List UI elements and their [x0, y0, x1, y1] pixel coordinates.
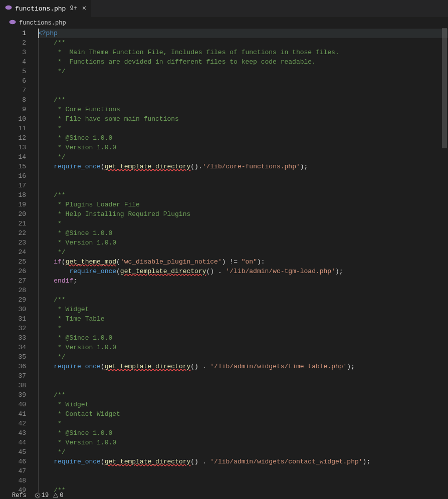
line-number[interactable]: 40: [9, 400, 33, 409]
code-line[interactable]: * Time Table: [38, 314, 448, 324]
line-number[interactable]: 4: [9, 57, 33, 67]
line-number[interactable]: 21: [9, 219, 33, 228]
line-number[interactable]: 1: [9, 29, 33, 38]
code-line[interactable]: * Main Theme Function File, Includes fil…: [38, 48, 448, 57]
code-line[interactable]: <?php: [38, 29, 448, 38]
code-line[interactable]: * Widget: [38, 400, 448, 409]
line-number[interactable]: 3: [9, 48, 33, 57]
code-line[interactable]: require_once(get_template_directory() . …: [38, 362, 448, 371]
code-line[interactable]: * Core Functions: [38, 105, 448, 114]
code-line[interactable]: */: [38, 352, 448, 362]
line-number[interactable]: 34: [9, 343, 33, 352]
code-line[interactable]: *: [38, 324, 448, 333]
line-number[interactable]: 20: [9, 209, 33, 219]
line-number[interactable]: 46: [9, 457, 33, 466]
code-line[interactable]: endif;: [38, 276, 448, 286]
code-line[interactable]: * Help Installing Required Plugins: [38, 209, 448, 219]
line-number[interactable]: 10: [9, 114, 33, 124]
code-line[interactable]: [38, 76, 448, 86]
line-number[interactable]: 32: [9, 324, 33, 333]
code-line[interactable]: * @Since 1.0.0: [38, 428, 448, 438]
line-number[interactable]: 17: [9, 181, 33, 190]
line-number[interactable]: 7: [9, 86, 33, 95]
code-line[interactable]: /**: [38, 390, 448, 400]
code-line[interactable]: * Version 1.0.0: [38, 343, 448, 352]
line-number[interactable]: 47: [9, 466, 33, 476]
code-line[interactable]: /**: [38, 295, 448, 305]
line-number[interactable]: 44: [9, 438, 33, 447]
code-line[interactable]: */: [38, 67, 448, 76]
code-area[interactable]: <?php /** * Main Theme Function File, In…: [38, 29, 448, 499]
line-number[interactable]: 42: [9, 419, 33, 428]
code-line[interactable]: * Plugins Loader File: [38, 200, 448, 209]
tab-functions-php[interactable]: functions.php 9+ ×: [0, 0, 92, 17]
code-line[interactable]: /**: [38, 38, 448, 48]
code-line[interactable]: [38, 476, 448, 485]
code-line[interactable]: * Version 1.0.0: [38, 143, 448, 152]
line-number[interactable]: 19: [9, 200, 33, 209]
code-line[interactable]: require_once(get_template_directory() . …: [38, 457, 448, 466]
code-line[interactable]: [38, 171, 448, 181]
code-line[interactable]: * File have some main functions: [38, 114, 448, 124]
code-line[interactable]: [38, 286, 448, 295]
line-number[interactable]: 8: [9, 95, 33, 105]
line-number-gutter[interactable]: 1234567891011121314151617181920212223242…: [9, 29, 33, 499]
code-line[interactable]: * Version 1.0.0: [38, 238, 448, 247]
code-line[interactable]: * Functions are devided in different fil…: [38, 57, 448, 67]
code-line[interactable]: [38, 86, 448, 95]
code-line[interactable]: * Widget: [38, 305, 448, 314]
code-line[interactable]: */: [38, 152, 448, 162]
code-line[interactable]: /**: [38, 485, 448, 495]
breadcrumb[interactable]: functions.php: [0, 18, 448, 29]
code-line[interactable]: [38, 466, 448, 476]
line-number[interactable]: 43: [9, 428, 33, 438]
code-line[interactable]: /**: [38, 95, 448, 105]
line-number[interactable]: 5: [9, 67, 33, 76]
line-number[interactable]: 14: [9, 152, 33, 162]
line-number[interactable]: 37: [9, 371, 33, 381]
line-number[interactable]: 29: [9, 295, 33, 305]
line-number[interactable]: 12: [9, 133, 33, 143]
code-line[interactable]: */: [38, 247, 448, 257]
line-number[interactable]: 36: [9, 362, 33, 371]
line-number[interactable]: 30: [9, 305, 33, 314]
line-number[interactable]: 11: [9, 124, 33, 133]
line-number[interactable]: 28: [9, 286, 33, 295]
code-line[interactable]: * @Since 1.0.0: [38, 133, 448, 143]
code-line[interactable]: [38, 381, 448, 390]
code-line[interactable]: [38, 181, 448, 190]
code-line[interactable]: if(get_theme_mod('wc_disable_plugin_noti…: [38, 257, 448, 267]
line-number[interactable]: 6: [9, 76, 33, 86]
code-line[interactable]: *: [38, 124, 448, 133]
code-line[interactable]: *: [38, 419, 448, 428]
line-number[interactable]: 48: [9, 476, 33, 485]
fold-gutter[interactable]: [33, 29, 38, 499]
line-number[interactable]: 26: [9, 267, 33, 276]
code-line[interactable]: [38, 371, 448, 381]
code-line[interactable]: require_once(get_template_directory().'/…: [38, 162, 448, 171]
code-line[interactable]: * @Since 1.0.0: [38, 228, 448, 238]
code-line[interactable]: /**: [38, 190, 448, 200]
code-line[interactable]: * Contact Widget: [38, 409, 448, 419]
line-number[interactable]: 45: [9, 447, 33, 457]
line-number[interactable]: 31: [9, 314, 33, 324]
line-number[interactable]: 22: [9, 228, 33, 238]
code-line[interactable]: require_once(get_template_directory() . …: [38, 267, 448, 276]
code-line[interactable]: */: [38, 447, 448, 457]
line-number[interactable]: 15: [9, 162, 33, 171]
line-number[interactable]: 38: [9, 381, 33, 390]
code-line[interactable]: *: [38, 219, 448, 228]
line-number[interactable]: 39: [9, 390, 33, 400]
line-number[interactable]: 33: [9, 333, 33, 343]
line-number[interactable]: 24: [9, 247, 33, 257]
line-number[interactable]: 18: [9, 190, 33, 200]
line-number[interactable]: 35: [9, 352, 33, 362]
status-refs[interactable]: Refs: [12, 492, 27, 499]
editor[interactable]: 1234567891011121314151617181920212223242…: [0, 29, 448, 499]
line-number[interactable]: 25: [9, 257, 33, 267]
line-number[interactable]: 2: [9, 38, 33, 48]
code-line[interactable]: * @Since 1.0.0: [38, 333, 448, 343]
line-number[interactable]: 27: [9, 276, 33, 286]
close-icon[interactable]: ×: [82, 5, 86, 12]
code-line[interactable]: * Version 1.0.0: [38, 438, 448, 447]
